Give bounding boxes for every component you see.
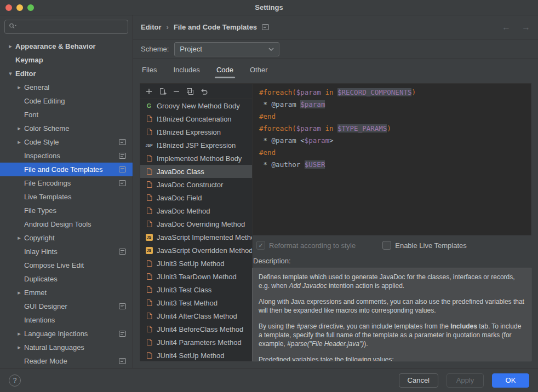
template-item-i18nized-jsp-expression[interactable]: JSPI18nized JSP Expression: [140, 139, 252, 152]
tpl-icon: [145, 168, 153, 175]
sidebar-item-compose-live-edit[interactable]: Compose Live Edit: [0, 258, 133, 272]
chevron-right-icon[interactable]: ▸: [14, 84, 24, 91]
sidebar-item-inlay-hints[interactable]: Inlay Hints: [0, 245, 133, 258]
minimize-button[interactable]: [16, 4, 23, 11]
description-box[interactable]: Defines template which used to generate …: [252, 268, 531, 361]
template-item-javadoc-overriding-method[interactable]: JavaDoc Overriding Method: [140, 217, 252, 230]
code-token: * @param <: [259, 136, 305, 145]
template-item-label: JavaScript Overridden Method: [157, 246, 252, 255]
ok-button[interactable]: OK: [492, 373, 529, 388]
tab-includes[interactable]: Includes: [173, 59, 199, 80]
template-item-label: Groovy New Method Body: [157, 102, 240, 110]
chevron-right-icon[interactable]: ▸: [14, 139, 24, 146]
sidebar-item-duplicates[interactable]: Duplicates: [0, 272, 133, 286]
breadcrumb-item-editor[interactable]: Editor: [141, 23, 162, 31]
template-item-junit4-parameters-method[interactable]: JUnit4 Parameters Method: [140, 336, 252, 349]
add-template-button[interactable]: [143, 85, 155, 97]
template-item-label: JUnit3 SetUp Method: [157, 260, 225, 268]
settings-tree: ▸Appearance & BehaviorKeymap▾Editor▸Gene…: [0, 37, 133, 368]
zoom-button[interactable]: [27, 4, 34, 11]
sidebar-item-copyright[interactable]: ▸Copyright: [0, 231, 133, 245]
template-item-javadoc-field[interactable]: JavaDoc Field: [140, 191, 252, 204]
scheme-value: Project: [180, 45, 202, 53]
live-templates-checkbox-label: Enable Live Templates: [395, 241, 467, 250]
sidebar-item-keymap[interactable]: Keymap: [0, 53, 133, 67]
template-item-i18nized-expression[interactable]: I18nized Expression: [140, 125, 252, 139]
code-token: $param: [300, 100, 325, 108]
copy-template-button[interactable]: [184, 85, 196, 97]
sidebar-item-file-encodings[interactable]: File Encodings: [0, 176, 133, 190]
forward-button[interactable]: →: [522, 22, 530, 32]
chevron-right-icon[interactable]: ▸: [5, 43, 15, 50]
template-item-junit3-test-method[interactable]: JUnit3 Test Method: [140, 296, 252, 309]
sidebar-item-label: Inlay Hints: [24, 247, 115, 256]
sidebar-item-appearance-behavior[interactable]: ▸Appearance & Behavior: [0, 39, 133, 53]
back-button[interactable]: ←: [502, 22, 511, 32]
chevron-right-icon[interactable]: ▸: [14, 125, 24, 132]
template-item-javascript-implemented-method[interactable]: JSJavaScript Implemented Method: [140, 230, 252, 244]
sidebar-item-file-and-code-templates[interactable]: File and Code Templates: [0, 163, 133, 176]
sidebar-item-general[interactable]: ▸General: [0, 80, 133, 94]
sidebar-item-file-types[interactable]: File Types: [0, 204, 133, 217]
template-item-junit4-afterclass-method[interactable]: JUnit4 AfterClass Method: [140, 309, 252, 322]
template-item-junit3-test-class[interactable]: JUnit3 Test Class: [140, 283, 252, 296]
template-item-implemented-method-body[interactable]: Implemented Method Body: [140, 152, 252, 165]
tab-files[interactable]: Files: [142, 59, 157, 80]
tpl-icon: [145, 286, 153, 293]
close-button[interactable]: [5, 4, 12, 11]
sidebar-item-live-templates[interactable]: Live Templates: [0, 190, 133, 204]
chevron-down-icon[interactable]: ▾: [5, 70, 15, 77]
remove-template-button[interactable]: [170, 85, 182, 97]
sidebar-item-editor[interactable]: ▾Editor: [0, 67, 133, 80]
sidebar-item-reader-mode[interactable]: Reader Mode: [0, 354, 133, 368]
live-templates-checkbox[interactable]: [382, 241, 391, 250]
settings-content: Editor › File and Code Templates ← → Sch…: [133, 15, 538, 368]
template-item-junit4-setup-method[interactable]: JUnit4 SetUp Method: [140, 349, 252, 361]
sidebar-item-emmet[interactable]: ▸Emmet: [0, 286, 133, 299]
tab-code[interactable]: Code: [216, 59, 233, 80]
settings-search[interactable]: [4, 20, 128, 34]
tab-other[interactable]: Other: [250, 59, 268, 80]
window-title: Settings: [255, 3, 283, 11]
sidebar-item-label: Android Design Tools: [24, 220, 133, 228]
tpl-icon: [145, 260, 153, 267]
chevron-right-icon[interactable]: ▸: [14, 330, 24, 337]
cancel-button[interactable]: Cancel: [399, 373, 438, 388]
sidebar-item-code-style[interactable]: ▸Code Style: [0, 135, 133, 149]
template-item-groovy-new-method-body[interactable]: GGroovy New Method Body: [140, 99, 252, 112]
sidebar-item-font[interactable]: Font: [0, 108, 133, 122]
template-item-javadoc-class[interactable]: JavaDoc Class: [140, 165, 252, 178]
code-token: ): [411, 88, 416, 96]
sidebar-item-gui-designer[interactable]: GUI Designer: [0, 299, 133, 313]
chevron-down-icon: [268, 48, 274, 51]
tpl-icon: [145, 312, 153, 320]
sidebar-item-intentions[interactable]: Intentions: [0, 313, 133, 327]
template-item-junit3-teardown-method[interactable]: JUnit3 TearDown Method: [140, 270, 252, 283]
template-item-junit4-beforeclass-method[interactable]: JUnit4 BeforeClass Method: [140, 322, 252, 336]
template-editor[interactable]: #foreach($param in $RECORD_COMPONENTS) *…: [252, 83, 531, 235]
sidebar-item-language-injections[interactable]: ▸Language Injections: [0, 327, 133, 341]
template-item-i18nized-concatenation[interactable]: I18nized Concatenation: [140, 112, 252, 125]
sidebar-item-android-design-tools[interactable]: Android Design Tools: [0, 217, 133, 231]
sidebar-item-label: Inspections: [24, 152, 115, 160]
template-item-javadoc-method[interactable]: JavaDoc Method: [140, 204, 252, 217]
template-item-junit3-setup-method[interactable]: JUnit3 SetUp Method: [140, 257, 252, 270]
chevron-right-icon[interactable]: ▸: [14, 289, 24, 296]
help-button[interactable]: ?: [9, 374, 21, 387]
template-item-javadoc-constructor[interactable]: JavaDoc Constructor: [140, 178, 252, 191]
chevron-right-icon[interactable]: ▸: [14, 344, 24, 351]
add-child-template-button[interactable]: [157, 85, 169, 97]
chevron-right-icon[interactable]: ▸: [14, 234, 24, 241]
code-token: * @author: [259, 160, 305, 169]
scheme-select[interactable]: Project: [174, 42, 279, 56]
tpl-icon: [145, 128, 153, 136]
code-line: #end: [259, 111, 524, 123]
reset-template-button[interactable]: [198, 85, 210, 97]
sidebar-item-code-editing[interactable]: Code Editing: [0, 94, 133, 108]
sidebar-item-inspections[interactable]: Inspections: [0, 149, 133, 163]
sidebar-item-natural-languages[interactable]: ▸Natural Languages: [0, 341, 133, 354]
sidebar-item-label: Natural Languages: [24, 343, 133, 351]
template-item-javascript-overridden-method[interactable]: JSJavaScript Overridden Method: [140, 244, 252, 257]
search-input[interactable]: [20, 23, 124, 31]
sidebar-item-color-scheme[interactable]: ▸Color Scheme: [0, 122, 133, 135]
